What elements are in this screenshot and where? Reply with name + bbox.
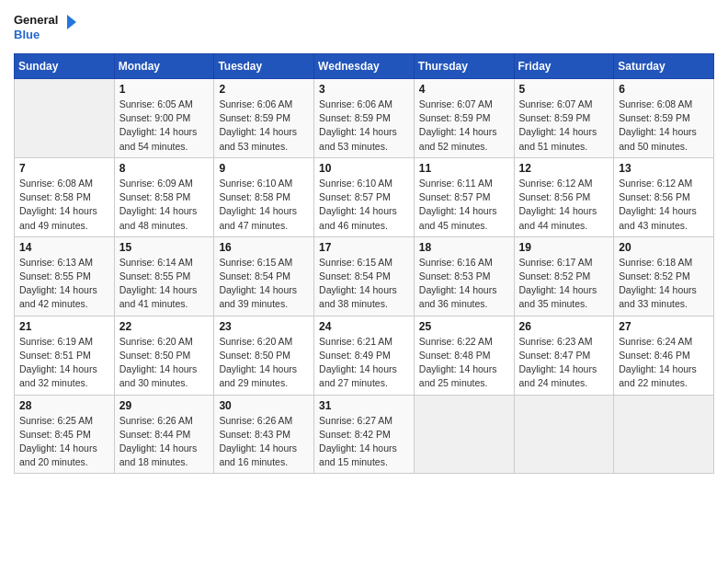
day-number: 18: [419, 241, 509, 254]
day-cell: 27Sunrise: 6:24 AMSunset: 8:46 PMDayligh…: [614, 316, 714, 395]
day-cell: 14Sunrise: 6:13 AMSunset: 8:55 PMDayligh…: [15, 236, 115, 316]
day-cell: 3Sunrise: 6:06 AMSunset: 8:59 PMDaylight…: [314, 79, 415, 158]
day-cell: [414, 395, 514, 474]
day-cell: 23Sunrise: 6:20 AMSunset: 8:50 PMDayligh…: [214, 316, 314, 395]
day-cell: 22Sunrise: 6:20 AMSunset: 8:50 PMDayligh…: [114, 316, 214, 395]
day-cell: 12Sunrise: 6:12 AMSunset: 8:56 PMDayligh…: [514, 157, 614, 236]
day-number: 6: [619, 83, 709, 96]
day-number: 10: [319, 162, 409, 175]
day-cell: 16Sunrise: 6:15 AMSunset: 8:54 PMDayligh…: [214, 236, 314, 316]
day-number: 12: [519, 162, 609, 175]
week-row-3: 14Sunrise: 6:13 AMSunset: 8:55 PMDayligh…: [15, 236, 714, 316]
day-cell: 15Sunrise: 6:14 AMSunset: 8:55 PMDayligh…: [114, 236, 214, 316]
day-info: Sunrise: 6:06 AMSunset: 8:59 PMDaylight:…: [219, 98, 309, 154]
day-number: 7: [19, 162, 109, 175]
day-info: Sunrise: 6:24 AMSunset: 8:46 PMDaylight:…: [619, 335, 709, 391]
day-cell: 18Sunrise: 6:16 AMSunset: 8:53 PMDayligh…: [414, 236, 514, 316]
week-row-1: 1Sunrise: 6:05 AMSunset: 9:00 PMDaylight…: [15, 79, 714, 158]
day-cell: [15, 79, 115, 158]
day-info: Sunrise: 6:15 AMSunset: 8:54 PMDaylight:…: [219, 256, 309, 312]
day-number: 16: [219, 241, 309, 254]
day-cell: 13Sunrise: 6:12 AMSunset: 8:56 PMDayligh…: [614, 157, 714, 236]
logo-svg: General Blue: [14, 9, 78, 46]
day-number: 3: [319, 83, 409, 96]
day-info: Sunrise: 6:07 AMSunset: 8:59 PMDaylight:…: [419, 98, 509, 154]
week-row-4: 21Sunrise: 6:19 AMSunset: 8:51 PMDayligh…: [15, 316, 714, 395]
svg-text:General: General: [14, 13, 58, 27]
day-number: 17: [319, 241, 409, 254]
day-cell: 28Sunrise: 6:25 AMSunset: 8:45 PMDayligh…: [15, 395, 115, 474]
day-number: 14: [19, 241, 109, 254]
day-cell: 9Sunrise: 6:10 AMSunset: 8:58 PMDaylight…: [214, 157, 314, 236]
day-number: 19: [519, 241, 609, 254]
day-info: Sunrise: 6:22 AMSunset: 8:48 PMDaylight:…: [419, 335, 509, 391]
day-number: 5: [519, 83, 609, 96]
day-cell: 30Sunrise: 6:26 AMSunset: 8:43 PMDayligh…: [214, 395, 314, 474]
day-number: 15: [119, 241, 210, 254]
day-number: 29: [119, 399, 210, 412]
header-cell-friday: Friday: [514, 54, 614, 79]
day-number: 30: [219, 399, 309, 412]
day-info: Sunrise: 6:26 AMSunset: 8:43 PMDaylight:…: [219, 414, 309, 470]
day-number: 25: [419, 320, 509, 333]
day-cell: [514, 395, 614, 474]
day-number: 31: [319, 399, 409, 412]
day-info: Sunrise: 6:20 AMSunset: 8:50 PMDaylight:…: [219, 335, 309, 391]
day-cell: 10Sunrise: 6:10 AMSunset: 8:57 PMDayligh…: [314, 157, 415, 236]
day-info: Sunrise: 6:16 AMSunset: 8:53 PMDaylight:…: [419, 256, 509, 312]
day-info: Sunrise: 6:20 AMSunset: 8:50 PMDaylight:…: [119, 335, 210, 391]
day-info: Sunrise: 6:11 AMSunset: 8:57 PMDaylight:…: [419, 177, 509, 233]
day-cell: 5Sunrise: 6:07 AMSunset: 8:59 PMDaylight…: [514, 79, 614, 158]
day-info: Sunrise: 6:23 AMSunset: 8:47 PMDaylight:…: [519, 335, 609, 391]
day-info: Sunrise: 6:25 AMSunset: 8:45 PMDaylight:…: [19, 414, 109, 470]
day-cell: 7Sunrise: 6:08 AMSunset: 8:58 PMDaylight…: [15, 157, 115, 236]
calendar-table: SundayMondayTuesdayWednesdayThursdayFrid…: [14, 53, 714, 474]
day-number: 24: [319, 320, 409, 333]
day-info: Sunrise: 6:12 AMSunset: 8:56 PMDaylight:…: [519, 177, 609, 233]
day-cell: 11Sunrise: 6:11 AMSunset: 8:57 PMDayligh…: [414, 157, 514, 236]
day-number: 1: [119, 83, 210, 96]
day-info: Sunrise: 6:15 AMSunset: 8:54 PMDaylight:…: [319, 256, 409, 312]
day-cell: 21Sunrise: 6:19 AMSunset: 8:51 PMDayligh…: [15, 316, 115, 395]
day-cell: 20Sunrise: 6:18 AMSunset: 8:52 PMDayligh…: [614, 236, 714, 316]
day-number: 21: [19, 320, 109, 333]
day-number: 27: [619, 320, 709, 333]
header-cell-sunday: Sunday: [15, 54, 115, 79]
day-number: 11: [419, 162, 509, 175]
day-info: Sunrise: 6:21 AMSunset: 8:49 PMDaylight:…: [319, 335, 409, 391]
day-info: Sunrise: 6:13 AMSunset: 8:55 PMDaylight:…: [19, 256, 109, 312]
svg-marker-2: [67, 15, 76, 29]
day-info: Sunrise: 6:07 AMSunset: 8:59 PMDaylight:…: [519, 98, 609, 154]
day-info: Sunrise: 6:12 AMSunset: 8:56 PMDaylight:…: [619, 177, 709, 233]
day-number: 28: [19, 399, 109, 412]
day-cell: 24Sunrise: 6:21 AMSunset: 8:49 PMDayligh…: [314, 316, 415, 395]
day-cell: 4Sunrise: 6:07 AMSunset: 8:59 PMDaylight…: [414, 79, 514, 158]
day-info: Sunrise: 6:17 AMSunset: 8:52 PMDaylight:…: [519, 256, 609, 312]
day-number: 9: [219, 162, 309, 175]
day-info: Sunrise: 6:10 AMSunset: 8:57 PMDaylight:…: [319, 177, 409, 233]
day-number: 4: [419, 83, 509, 96]
svg-text:Blue: Blue: [14, 28, 40, 41]
day-cell: 19Sunrise: 6:17 AMSunset: 8:52 PMDayligh…: [514, 236, 614, 316]
day-cell: [614, 395, 714, 474]
day-info: Sunrise: 6:27 AMSunset: 8:42 PMDaylight:…: [319, 414, 409, 470]
day-info: Sunrise: 6:19 AMSunset: 8:51 PMDaylight:…: [19, 335, 109, 391]
header-row: SundayMondayTuesdayWednesdayThursdayFrid…: [15, 54, 714, 79]
day-info: Sunrise: 6:08 AMSunset: 8:58 PMDaylight:…: [19, 177, 109, 233]
day-number: 20: [619, 241, 709, 254]
header-cell-wednesday: Wednesday: [314, 54, 415, 79]
day-cell: 8Sunrise: 6:09 AMSunset: 8:58 PMDaylight…: [114, 157, 214, 236]
day-info: Sunrise: 6:09 AMSunset: 8:58 PMDaylight:…: [119, 177, 210, 233]
day-number: 2: [219, 83, 309, 96]
day-cell: 2Sunrise: 6:06 AMSunset: 8:59 PMDaylight…: [214, 79, 314, 158]
header: General Blue: [14, 9, 714, 46]
header-cell-thursday: Thursday: [414, 54, 514, 79]
day-info: Sunrise: 6:08 AMSunset: 8:59 PMDaylight:…: [619, 98, 709, 154]
day-cell: 31Sunrise: 6:27 AMSunset: 8:42 PMDayligh…: [314, 395, 415, 474]
day-info: Sunrise: 6:26 AMSunset: 8:44 PMDaylight:…: [119, 414, 210, 470]
day-cell: 25Sunrise: 6:22 AMSunset: 8:48 PMDayligh…: [414, 316, 514, 395]
day-info: Sunrise: 6:18 AMSunset: 8:52 PMDaylight:…: [619, 256, 709, 312]
day-number: 22: [119, 320, 210, 333]
day-info: Sunrise: 6:14 AMSunset: 8:55 PMDaylight:…: [119, 256, 210, 312]
header-cell-tuesday: Tuesday: [214, 54, 314, 79]
